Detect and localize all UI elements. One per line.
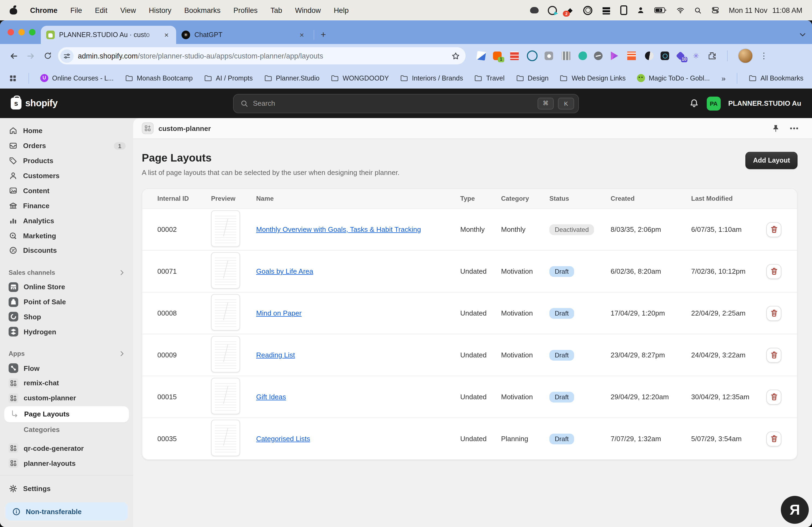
apps-grid-icon[interactable] (9, 74, 17, 82)
remix-logo-badge[interactable]: R (781, 496, 809, 524)
pin-icon[interactable] (771, 124, 780, 133)
store-name[interactable]: PLANNER.STUDIO Au (728, 99, 801, 107)
menu-bookmarks[interactable]: Bookmarks (184, 6, 220, 14)
menu-tab[interactable]: Tab (271, 6, 282, 14)
close-tab-icon[interactable]: × (162, 31, 171, 39)
forward-button[interactable] (24, 49, 38, 63)
todoist-extension-icon[interactable] (509, 50, 520, 62)
react-devtools-extension-icon[interactable] (661, 51, 669, 60)
sidebar-item-discounts[interactable]: Discounts (0, 243, 133, 258)
wifi-icon[interactable] (676, 6, 685, 15)
close-window-button[interactable] (8, 29, 14, 35)
dragon-extension-icon[interactable] (578, 51, 588, 61)
site-settings-icon[interactable] (60, 49, 74, 62)
layout-name-link[interactable]: Categorised Lists (256, 435, 310, 443)
stats-extension-icon[interactable] (560, 50, 571, 62)
sidebar-item-products[interactable]: Products (0, 153, 133, 168)
onepassword-extension-icon[interactable] (527, 50, 538, 61)
todoist-menu-icon[interactable] (601, 5, 611, 15)
sidebar-item-shop[interactable]: Shop (0, 310, 133, 325)
menu-window[interactable]: Window (295, 6, 321, 14)
menu-clock[interactable]: Mon 11 Nov11:08 AM (729, 6, 802, 14)
tab-chatgpt[interactable]: ✳ ChatGPT × (176, 26, 311, 44)
menu-history[interactable]: History (149, 6, 171, 14)
tab-search-chevron-icon[interactable] (799, 31, 807, 39)
menu-file[interactable]: File (70, 6, 82, 14)
orange-extension-icon[interactable]: 1 (493, 51, 502, 60)
menu-profiles[interactable]: Profiles (233, 6, 258, 14)
sidebar-item-orders[interactable]: Orders1 (0, 138, 133, 153)
layout-name-link[interactable]: Reading List (256, 351, 295, 359)
more-actions-icon[interactable]: ••• (790, 124, 799, 132)
add-layout-button[interactable]: Add Layout (746, 152, 798, 169)
camera-extension-icon[interactable] (545, 51, 553, 60)
layout-preview-thumbnail[interactable] (211, 210, 240, 247)
sidebar-item-home[interactable]: Home (0, 123, 133, 138)
address-bar[interactable]: admin.shopify.com/store/planner-studio-a… (58, 47, 466, 64)
bookmark-folder-ai-prompts[interactable]: AI / Prompts (204, 74, 253, 82)
layout-preview-thumbnail[interactable] (211, 336, 240, 373)
shopify-logo[interactable]: s shopify (11, 97, 57, 109)
browser-menu-icon[interactable]: ⋮ (760, 51, 768, 61)
sidebar-item-online-store[interactable]: Online Store (0, 280, 133, 295)
apple-menu-icon[interactable] (10, 6, 17, 15)
bookmark-magic-todo[interactable]: Magic ToDo - Gobl... (637, 74, 710, 82)
bookmark-folder-wongdoody[interactable]: WONGDOODY (331, 74, 389, 82)
user-menu-icon[interactable] (636, 6, 645, 15)
cleanshot-menu-icon[interactable] (530, 7, 539, 13)
sidebar-item-customers[interactable]: Customers (0, 168, 133, 183)
sidebar-section-apps[interactable]: Apps (0, 347, 133, 361)
sidebar-item-categories[interactable]: Categories (0, 423, 133, 437)
sidebar-item-custom-planner[interactable]: custom-planner (0, 391, 133, 406)
url-text[interactable]: admin.shopify.com/store/planner-studio-a… (78, 52, 447, 60)
browser-profile-avatar[interactable] (738, 48, 753, 63)
delete-button[interactable] (766, 389, 781, 404)
minimize-window-button[interactable] (18, 29, 25, 35)
layout-name-link[interactable]: Gift Ideas (256, 393, 286, 401)
sidebar-item-settings[interactable]: Settings (0, 480, 133, 497)
menu-help[interactable]: Help (334, 6, 349, 14)
delete-button[interactable] (766, 431, 781, 446)
sidebar-item-point-of-sale[interactable]: Point of Sale (0, 295, 133, 310)
bookmark-star-icon[interactable] (451, 51, 460, 60)
sidebar-item-qr-code-generator[interactable]: qr-code-generator (0, 441, 133, 456)
delete-button[interactable] (766, 347, 781, 362)
sidebar-item-analytics[interactable]: Analytics (0, 213, 133, 228)
layout-preview-thumbnail[interactable] (211, 294, 240, 331)
tab-planner-studio[interactable]: PLANNER.STUDIO Au · custo × (41, 26, 176, 44)
bookmark-folder-planner-studio[interactable]: Planner.Studio (264, 74, 320, 82)
layout-name-link[interactable]: Monthly Overview with Goals, Tasks & Hab… (256, 225, 421, 234)
sidebar-item-remix-chat[interactable]: remix-chat (0, 376, 133, 391)
bookmarks-overflow-chevron[interactable]: » (722, 74, 726, 82)
zoom-window-button[interactable] (29, 29, 35, 35)
delete-button[interactable] (766, 306, 781, 321)
layout-preview-thumbnail[interactable] (211, 420, 240, 456)
reload-button[interactable] (41, 49, 55, 63)
bookmark-folder-design[interactable]: Design (516, 74, 549, 82)
bookmark-folder-travel[interactable]: Travel (475, 74, 505, 82)
admin-search-input[interactable]: Search ⌘ K (233, 94, 579, 113)
new-tab-button[interactable]: + (316, 28, 330, 42)
notifications-bell-icon[interactable] (689, 98, 699, 108)
sidebar-item-hydrogen[interactable]: Hydrogen (0, 325, 133, 340)
wave-extension-icon[interactable] (594, 51, 603, 60)
bookmark-online-courses[interactable]: UOnline Courses - L... (40, 74, 114, 82)
eyedropper-extension-icon[interactable] (476, 50, 487, 61)
bookmark-folder-monash-bootcamp[interactable]: Monash Bootcamp (125, 74, 192, 82)
menu-view[interactable]: View (120, 6, 136, 14)
snowflake-extension-icon[interactable]: ✳ (692, 51, 700, 60)
layout-preview-thumbnail[interactable] (211, 378, 240, 414)
non-transferable-banner[interactable]: Non-transferable (5, 502, 128, 521)
play-extension-icon[interactable] (610, 51, 618, 60)
menu-app-name[interactable]: Chrome (30, 6, 57, 14)
sidebar-section-sales-channels[interactable]: Sales channels (0, 266, 133, 280)
back-button[interactable] (6, 49, 20, 63)
delete-button[interactable] (766, 222, 781, 237)
blackwhite-extension-icon[interactable] (645, 51, 654, 60)
sidebar-item-content[interactable]: Content (0, 183, 133, 198)
store-avatar[interactable]: PA (707, 96, 721, 110)
spotlight-search-icon[interactable] (694, 6, 702, 14)
control-center-icon[interactable] (711, 6, 720, 15)
lighthouse-extension-icon[interactable] (625, 50, 638, 61)
all-bookmarks-folder[interactable]: All Bookmarks (749, 74, 803, 82)
